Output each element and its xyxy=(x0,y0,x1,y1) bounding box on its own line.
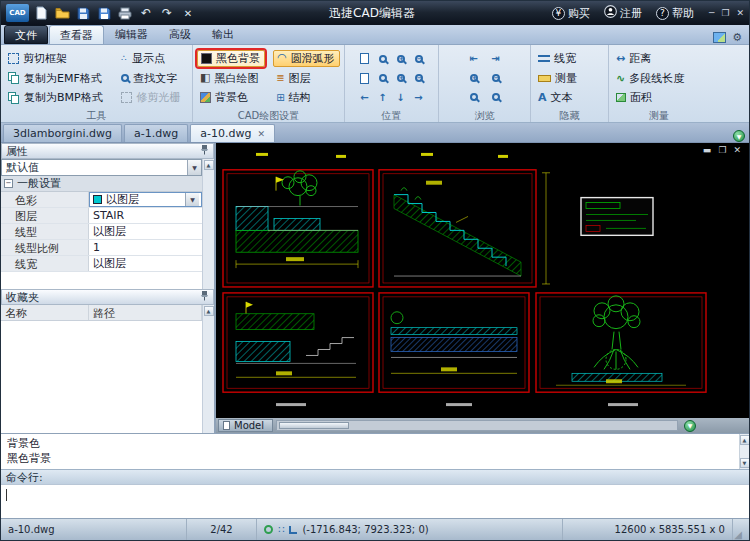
show-points-button[interactable]: ∴显示点 xyxy=(118,50,188,67)
polyline-length-button[interactable]: ∿多段线长度 xyxy=(613,70,705,87)
property-row-lineweight[interactable]: 线宽 以图层 xyxy=(1,256,202,272)
tab-list-dropdown-icon[interactable]: ▼ xyxy=(733,130,745,142)
pin-icon[interactable] xyxy=(200,144,209,158)
property-row-ltscale[interactable]: 线型比例 1 xyxy=(1,240,202,256)
text-button[interactable]: A文本 xyxy=(535,89,604,106)
default-value-dropdown[interactable]: 默认值 ▼ xyxy=(1,159,202,176)
ruler-icon xyxy=(538,75,551,82)
area-button[interactable]: 面积 xyxy=(613,89,705,106)
scroll-down-icon[interactable]: ▼ xyxy=(740,458,750,468)
image-tool-icon[interactable] xyxy=(713,32,726,43)
tab-file[interactable]: 文件 xyxy=(4,25,48,44)
browse-zoom-window-icon[interactable] xyxy=(465,90,482,105)
fit-page-icon[interactable] xyxy=(356,71,373,86)
minimize-icon[interactable]: ─ xyxy=(709,8,714,18)
favorites-col-path[interactable]: 路径 xyxy=(89,305,202,320)
default-value-arrow-icon[interactable]: ▼ xyxy=(187,160,201,175)
browse-zoom-out-icon[interactable] xyxy=(487,71,504,86)
property-row-layer[interactable]: 图层 STAIR xyxy=(1,208,202,224)
zoom-extents-icon[interactable] xyxy=(374,71,391,86)
scroll-up-icon-2[interactable]: ▲ xyxy=(204,306,214,316)
line-width-button[interactable]: 线宽 xyxy=(535,50,604,67)
previous-view-icon[interactable]: ⇤ xyxy=(465,51,482,66)
favorites-col-name[interactable]: 名称 xyxy=(1,305,89,320)
register-button[interactable]: 注册 xyxy=(599,5,647,21)
doc-tab-1[interactable]: 3dlamborgini.dwg xyxy=(3,124,122,142)
clip-frame-button[interactable]: 剪切框架 xyxy=(5,50,110,67)
help-button[interactable]: ? 帮助 xyxy=(651,6,699,21)
tab-viewer[interactable]: 查看器 xyxy=(49,25,104,44)
copy-emf-button[interactable]: 复制为EMF格式 xyxy=(5,70,110,87)
structure-icon: ⊞ xyxy=(276,92,284,103)
zoom-out-icon[interactable] xyxy=(410,51,427,66)
pan-down-icon[interactable]: ↓ xyxy=(392,90,409,105)
undo-icon[interactable]: ↶ xyxy=(137,4,155,22)
command-panel-toggle-icon[interactable]: ▼ xyxy=(684,420,696,432)
resize-grip[interactable]: ◢ xyxy=(733,519,749,540)
tab-editor[interactable]: 编辑器 xyxy=(105,25,158,44)
zoom-out-alt-icon[interactable] xyxy=(410,71,427,86)
buy-button[interactable]: ¥ 购买 xyxy=(547,6,595,21)
properties-scrollbar[interactable]: ▲ xyxy=(202,159,214,289)
close-icon[interactable]: ✕ xyxy=(736,8,744,18)
find-text-button[interactable]: 查找文字 xyxy=(118,70,188,87)
general-settings-group-row[interactable]: − 一般设置 xyxy=(1,176,202,192)
zoom-in-icon[interactable] xyxy=(392,51,409,66)
drawing-canvas[interactable]: ▬ ❐ ✕ xyxy=(216,143,749,418)
settings-gear-icon[interactable]: ⚙ xyxy=(732,31,742,44)
grid-icon[interactable]: ∷ xyxy=(278,524,284,535)
tab-output[interactable]: 输出 xyxy=(202,25,244,44)
save-icon[interactable] xyxy=(74,4,92,22)
command-history-scrollbar[interactable]: ▲ ▼ xyxy=(739,434,749,469)
maximize-icon[interactable]: ❐ xyxy=(721,8,729,18)
next-view-icon[interactable]: ⇥ xyxy=(487,51,504,66)
pan-left-icon[interactable]: ← xyxy=(356,90,373,105)
model-tab[interactable]: Model xyxy=(218,419,273,432)
collapse-icon[interactable]: − xyxy=(4,179,13,188)
scroll-up-icon-3[interactable]: ▲ xyxy=(740,435,750,445)
layers-button[interactable]: ≣图层 xyxy=(273,70,340,87)
hide-measure-button[interactable]: 测量 xyxy=(535,70,604,87)
smooth-arc-button[interactable]: ◠圆滑弧形 xyxy=(273,50,340,67)
mdi-restore-icon[interactable]: ❐ xyxy=(718,145,726,155)
snap-indicator-icon[interactable] xyxy=(264,525,273,534)
browse-zoom-all-icon[interactable] xyxy=(487,90,504,105)
distance-button[interactable]: ↔距离 xyxy=(613,50,705,67)
pin-icon-2[interactable] xyxy=(200,290,209,304)
zoom-window-icon[interactable] xyxy=(356,51,373,66)
doc-tab-3[interactable]: a-10.dwg✕ xyxy=(190,124,275,142)
trim-raster-button[interactable]: 修剪光栅 xyxy=(118,89,188,106)
background-color-button[interactable]: 背景色 xyxy=(197,89,265,106)
favorites-scrollbar[interactable]: ▲ xyxy=(202,305,214,433)
mdi-minimize-icon[interactable]: ▬ xyxy=(703,145,712,155)
property-row-color[interactable]: 色彩 以图层 ▼ xyxy=(1,192,202,208)
new-file-icon[interactable] xyxy=(32,4,50,22)
property-value-combo[interactable]: 以图层 ▼ xyxy=(89,192,202,207)
zoom-in-alt-icon[interactable] xyxy=(392,71,409,86)
doc-tab-2[interactable]: a-1.dwg xyxy=(124,124,188,142)
close-drawing-icon[interactable]: ✕ xyxy=(179,4,197,22)
mdi-close-icon[interactable]: ✕ xyxy=(733,145,741,155)
pan-up-icon[interactable]: ↑ xyxy=(374,90,391,105)
copy-bmp-button[interactable]: 复制为BMP格式 xyxy=(5,89,110,106)
value-dropdown-icon[interactable]: ▼ xyxy=(185,193,199,206)
doc-tab-close-icon[interactable]: ✕ xyxy=(257,129,265,139)
structure-button[interactable]: ⊞结构 xyxy=(273,89,340,106)
bw-drawing-button[interactable]: ◧黑白绘图 xyxy=(197,70,265,87)
redo-icon[interactable]: ↷ xyxy=(158,4,176,22)
command-line-input[interactable] xyxy=(1,484,749,518)
command-history[interactable]: 背景色 黑色背景 ▲ ▼ xyxy=(1,433,749,469)
browse-zoom-in-icon[interactable] xyxy=(465,71,482,86)
property-row-linetype[interactable]: 线型 以图层 xyxy=(1,224,202,240)
pan-right-icon[interactable]: → xyxy=(410,90,427,105)
zoom-realtime-icon[interactable] xyxy=(374,51,391,66)
save-as-icon[interactable] xyxy=(95,4,113,22)
tab-advanced[interactable]: 高级 xyxy=(159,25,201,44)
black-background-button[interactable]: 黑色背景 xyxy=(197,50,265,67)
horizontal-scrollbar[interactable] xyxy=(276,420,678,431)
open-file-icon[interactable] xyxy=(53,4,71,22)
scroll-up-icon[interactable]: ▲ xyxy=(204,160,214,170)
polyline-icon: ∿ xyxy=(616,72,625,85)
print-icon[interactable] xyxy=(116,4,134,22)
hscroll-thumb[interactable] xyxy=(279,422,349,429)
